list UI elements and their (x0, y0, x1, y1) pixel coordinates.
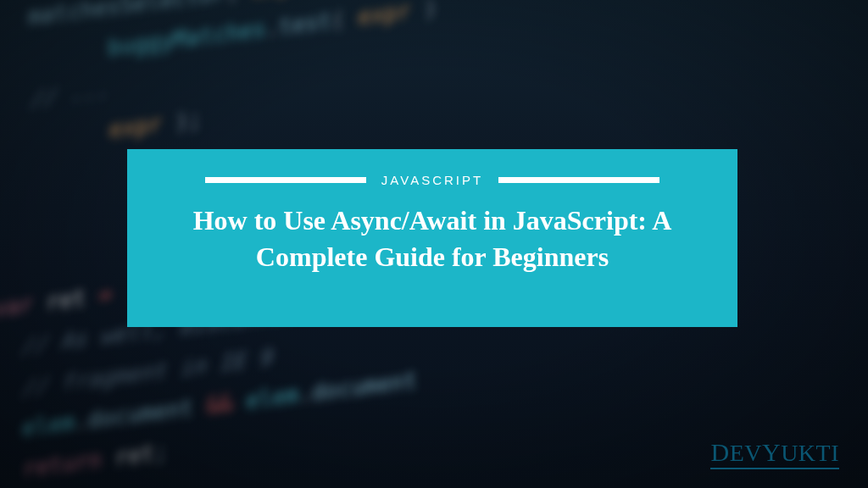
brand-part-3: Y (762, 438, 781, 466)
brand-logo: DEVYUKTI (710, 438, 839, 469)
eyebrow-row: JAVASCRIPT (205, 173, 659, 187)
title-card: JAVASCRIPT How to Use Async/Await in Jav… (127, 149, 737, 327)
brand-part-2: EV (730, 440, 762, 466)
brand-part-4: UKTI (781, 440, 839, 466)
headline: How to Use Async/Await in JavaScript: A … (158, 202, 707, 275)
brand-part-1: D (710, 438, 729, 466)
eyebrow-bar-left (205, 177, 366, 183)
eyebrow-text: JAVASCRIPT (381, 173, 483, 187)
eyebrow-bar-right (498, 177, 659, 183)
